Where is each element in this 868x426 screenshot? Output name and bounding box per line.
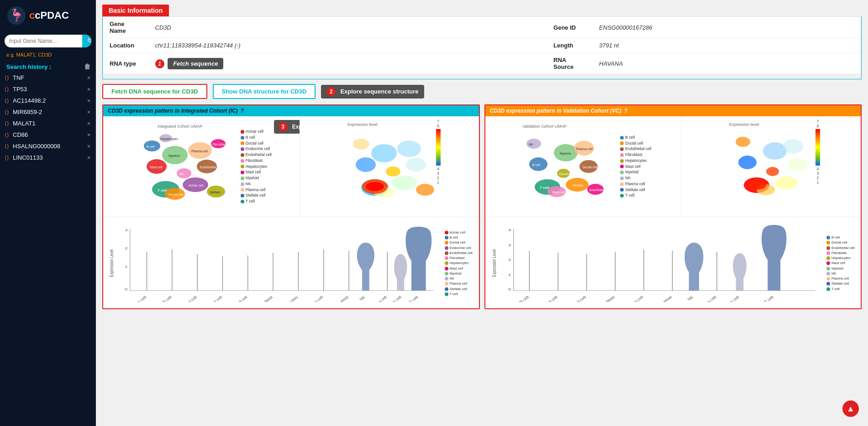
- svg-point-95: [789, 158, 807, 171]
- history-item-ac114498[interactable]: ⟨⟩ AC114498.2 ×: [0, 95, 96, 106]
- svg-point-99: [766, 167, 779, 176]
- svg-point-34: [353, 139, 369, 150]
- rna-source-value: HAVANA: [593, 53, 861, 74]
- badge-2: 2: [326, 87, 336, 96]
- ic-umap-celltype: T cell Mast cell Myeloid Plasma cell End…: [103, 116, 300, 217]
- search-box[interactable]: 🔍: [5, 35, 91, 47]
- vc-help-icon[interactable]: ?: [624, 108, 627, 114]
- search-input[interactable]: [5, 35, 82, 47]
- search-button[interactable]: 🔍: [82, 35, 91, 47]
- main-content: Basic Information Gene Name CD3D Gene ID…: [96, 0, 868, 426]
- ic-violin-svg: 3 2 1 0: [106, 224, 443, 302]
- svg-text:Integrated Cohort UMAP: Integrated Cohort UMAP: [158, 124, 203, 129]
- vc-umap-legend: B cell Ductal cell Endothelial cell Fibr…: [618, 133, 653, 200]
- svg-text:Endothelial cell: Endothelial cell: [561, 295, 587, 302]
- svg-text:Expression level: Expression level: [729, 122, 759, 127]
- svg-text:2: 2: [508, 258, 510, 262]
- fetch-dna-button[interactable]: Fetch DNA sequence for CD3D: [102, 84, 207, 99]
- ic-violin-row: 3 2 1 0: [103, 217, 479, 308]
- svg-point-18: [177, 168, 191, 178]
- svg-text:Acinar cell: Acinar cell: [189, 184, 204, 187]
- history-close-cd86[interactable]: ×: [87, 132, 90, 138]
- svg-text:Myeloid: Myeloid: [168, 154, 179, 158]
- history-close-hsalng[interactable]: ×: [87, 143, 90, 150]
- rna-type-label: RNA type: [103, 53, 149, 74]
- history-close-mir6859[interactable]: ×: [87, 109, 90, 115]
- svg-text:Expression Level: Expression Level: [109, 249, 114, 277]
- history-icon-malat1: ⟨⟩: [5, 120, 9, 127]
- vc-violin-plot: 4 3 2 1 0: [485, 217, 861, 308]
- location-label: Location: [103, 38, 149, 53]
- history-item-linc01133[interactable]: ⟨⟩ LINC01133 ×: [0, 152, 96, 163]
- vc-umap-expression: Expression level 7 6 4 3 2 1: [682, 116, 861, 217]
- table-row-location: Location chr11:118338954-118342744 (-) L…: [103, 38, 861, 53]
- svg-text:B cell: B cell: [518, 295, 530, 302]
- history-close-tnf[interactable]: ×: [87, 75, 90, 81]
- explore-gene-expression-text: Explore gene expression pattern: [292, 124, 300, 130]
- badge-3: 3: [279, 122, 288, 131]
- svg-text:Fibroblast: Fibroblast: [559, 172, 573, 176]
- history-icon-mir6859: ⟨⟩: [5, 109, 9, 115]
- history-label-ac114498: AC114498.2: [13, 97, 87, 104]
- svg-text:NK: NK: [529, 143, 533, 146]
- vc-umap-svg: T cell B cell Myeloid Plasma cell Ductal…: [513, 121, 618, 212]
- history-label-tnf: TNF: [13, 74, 87, 81]
- ic-umap-svg: T cell Mast cell Myeloid Plasma cell End…: [129, 121, 239, 212]
- svg-text:Stellate: Stellate: [210, 191, 220, 194]
- history-icon-cd86: ⟨⟩: [5, 132, 9, 138]
- logo-text: ccPDAC: [29, 10, 69, 21]
- history-label-cd86: CD86: [13, 131, 87, 138]
- svg-text:Hepatocytes: Hepatocytes: [278, 295, 299, 302]
- ic-top-row: T cell Mast cell Myeloid Plasma cell End…: [103, 116, 479, 217]
- svg-text:Endothelial cell: Endothelial cell: [224, 295, 249, 302]
- expression-panels: CD3D expression pattern in Integrated Co…: [102, 104, 862, 309]
- location-value: chr11:118338954-118342744 (-): [149, 38, 547, 53]
- svg-text:Expression level: Expression level: [347, 122, 378, 127]
- history-item-tnf[interactable]: ⟨⟩ TNF ×: [0, 72, 96, 83]
- history-icon-tp53: ⟨⟩: [5, 86, 9, 93]
- gene-id-value: ENSG00000167286: [593, 17, 861, 38]
- svg-text:Ductal cell: Ductal cell: [539, 295, 558, 302]
- svg-text:Fibroblast: Fibroblast: [212, 143, 226, 146]
- length-label: Length: [547, 38, 593, 53]
- svg-point-100: [747, 179, 767, 190]
- svg-text:B cell: B cell: [532, 163, 541, 166]
- history-item-malat1[interactable]: ⟨⟩ MALAT1 ×: [0, 118, 96, 129]
- svg-text:3: 3: [125, 228, 128, 232]
- history-item-cd86[interactable]: ⟨⟩ CD86 ×: [0, 129, 96, 140]
- svg-text:3: 3: [508, 243, 510, 247]
- svg-text:1: 1: [125, 265, 128, 269]
- history-close-linc01133[interactable]: ×: [87, 155, 90, 161]
- svg-point-28: [356, 157, 376, 172]
- svg-text:NK: NK: [358, 295, 367, 301]
- history-close-ac114498[interactable]: ×: [87, 98, 90, 104]
- history-icon-tnf: ⟨⟩: [5, 75, 9, 81]
- svg-text:Mast cell: Mast cell: [150, 166, 163, 169]
- basic-info-header: Basic Information: [102, 5, 169, 16]
- history-label-hsalng: HSALNG0000008: [13, 143, 87, 150]
- svg-point-29: [371, 144, 397, 162]
- show-dna-button[interactable]: Show DNA structure for CD3D: [213, 84, 316, 99]
- clear-history-icon[interactable]: 🗑: [84, 63, 90, 70]
- svg-text:NK: NK: [686, 295, 694, 301]
- svg-point-30: [397, 140, 421, 157]
- scroll-to-top-button[interactable]: ▲: [842, 400, 859, 417]
- ic-expression-umap-svg: Expression level: [338, 119, 434, 210]
- basic-info-table: Gene Name CD3D Gene ID ENSG00000167286 L…: [103, 16, 861, 74]
- svg-text:Stellate: Stellate: [573, 184, 583, 187]
- history-item-hsalng[interactable]: ⟨⟩ HSALNG0000008 ×: [0, 140, 96, 152]
- svg-text:B cell: B cell: [161, 295, 173, 302]
- history-close-tp53[interactable]: ×: [87, 86, 90, 93]
- ic-umap-expression: Expression level 7 6 4 3 2 1: [300, 116, 479, 217]
- svg-text:Plasma cell: Plasma cell: [696, 295, 717, 302]
- explore-gene-expression-tooltip: 3 Explore gene expression pattern: [274, 120, 300, 134]
- history-close-malat1[interactable]: ×: [87, 120, 90, 127]
- svg-text:Mast cell: Mast cell: [552, 191, 565, 194]
- ic-expression-scale: 7 6 4 3 2 1: [436, 119, 441, 185]
- history-item-tp53[interactable]: ⟨⟩ TP53 ×: [0, 83, 96, 95]
- search-history-header: Search history : 🗑: [0, 61, 96, 72]
- svg-text:Fibroblast: Fibroblast: [597, 295, 616, 302]
- ic-help-icon[interactable]: ?: [241, 108, 244, 114]
- history-item-mir6859[interactable]: ⟨⟩ MIR6859-2 ×: [0, 106, 96, 118]
- explore-sequence-text: Explore sequence structure: [340, 88, 418, 95]
